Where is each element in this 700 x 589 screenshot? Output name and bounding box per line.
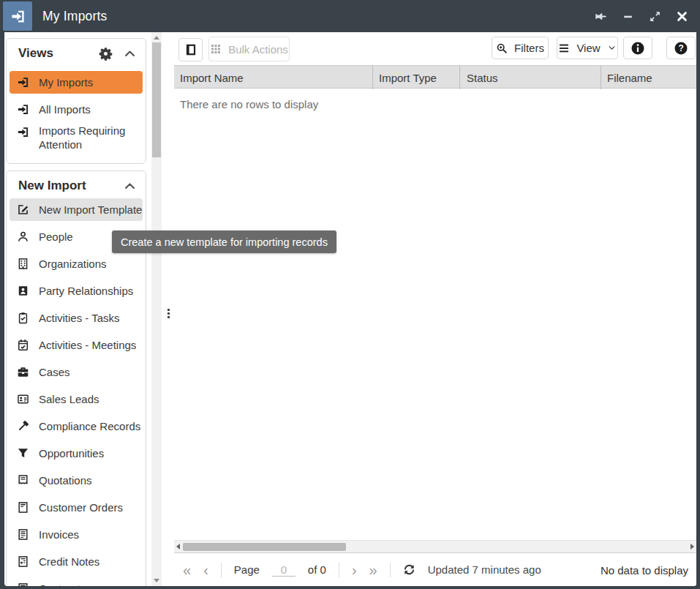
chevron-down-icon	[607, 43, 617, 53]
close-icon[interactable]	[676, 10, 688, 23]
scroll-down-arrow-icon[interactable]	[154, 579, 159, 582]
new-import-item-label: Quotations	[39, 474, 92, 487]
new-import-item-template[interactable]: New Import Template	[10, 198, 143, 221]
question-circle-icon: ?	[674, 41, 688, 56]
clipboard-check-icon	[17, 312, 29, 324]
new-import-item-opportunities[interactable]: Opportunities	[10, 442, 143, 465]
view-item-imports-requiring-attention[interactable]: Imports Requiring Attention	[10, 124, 143, 163]
previous-page-button[interactable]: ‹	[203, 563, 208, 577]
new-import-item-label: New Import Template	[39, 203, 142, 216]
first-page-button[interactable]: «	[183, 563, 191, 577]
building-icon	[17, 258, 29, 270]
new-import-item-label: Party Relationships	[39, 285, 133, 297]
import-icon	[17, 103, 29, 116]
svg-text:?: ?	[678, 43, 683, 53]
gear-icon[interactable]	[99, 47, 113, 61]
help-button[interactable]: ?	[666, 37, 696, 59]
scroll-up-arrow-icon[interactable]	[154, 36, 159, 40]
column-header-status[interactable]: Status	[467, 66, 498, 89]
bulk-actions-label: Bulk Actions	[228, 43, 288, 56]
window-titlebar: My Imports	[0, 0, 700, 32]
column-header-import-name[interactable]: Import Name	[180, 66, 244, 89]
column-divider	[601, 66, 601, 89]
view-item-label: My Imports	[39, 76, 93, 89]
new-import-item-label: Cases	[39, 366, 70, 378]
last-updated-text: Updated 7 minutes ago	[428, 563, 541, 576]
tooltip: Create a new template for importing reco…	[112, 230, 336, 253]
minimize-icon[interactable]	[622, 10, 634, 23]
horizontal-scrollbar-thumb[interactable]	[183, 543, 346, 551]
window-title: My Imports	[42, 0, 108, 32]
import-icon	[17, 76, 29, 89]
new-import-item-label: Contracts	[39, 582, 86, 586]
new-import-item-label: Opportunities	[39, 447, 104, 459]
new-import-item-label: Organizations	[39, 258, 107, 270]
new-import-item-label: Activities - Tasks	[39, 312, 120, 324]
new-import-item-activities-tasks[interactable]: Activities - Tasks	[10, 307, 143, 329]
scroll-left-arrow-icon[interactable]	[176, 544, 180, 549]
new-import-panel-header: New Import	[7, 171, 146, 200]
view-item-all-imports[interactable]: All Imports	[10, 98, 143, 120]
table-horizontal-scrollbar[interactable]	[174, 540, 696, 552]
info-circle-icon	[631, 41, 645, 56]
view-item-my-imports[interactable]: My Imports	[10, 71, 143, 94]
new-import-collapse-chevron-up-icon[interactable]	[123, 179, 137, 193]
divider	[339, 563, 339, 577]
bulk-actions-button[interactable]: Bulk Actions	[208, 37, 290, 61]
sidebar-toggle-button[interactable]	[178, 38, 203, 61]
view-item-label: Imports Requiring Attention	[39, 124, 138, 151]
my-imports-window: My Imports Views	[0, 0, 700, 589]
window-content: Views My Imports All Imports Imports Req	[4, 32, 696, 586]
page-count-label: of 0	[308, 563, 326, 576]
person-icon	[17, 230, 29, 243]
new-import-item-sales-leads[interactable]: Sales Leads	[10, 388, 143, 410]
page-number-input[interactable]	[272, 563, 296, 577]
grid-icon	[210, 43, 222, 55]
panel-toggle-icon	[185, 44, 197, 56]
zoom-plus-icon	[496, 42, 508, 54]
new-import-item-label: Activities - Meetings	[39, 339, 136, 351]
new-import-item-invoices[interactable]: Invoices	[10, 523, 143, 546]
scroll-right-arrow-icon[interactable]	[690, 544, 694, 549]
contact-card-icon	[17, 393, 29, 405]
new-import-item-activities-meetings[interactable]: Activities - Meetings	[10, 334, 143, 356]
sidebar-scrollbar[interactable]	[151, 32, 162, 586]
last-page-button[interactable]: »	[369, 563, 377, 577]
new-import-title: New Import	[18, 179, 86, 193]
views-panel-header: Views	[7, 39, 146, 68]
pin-icon[interactable]	[595, 10, 607, 23]
new-import-item-contracts[interactable]: Contracts	[10, 577, 143, 586]
person-card-icon	[17, 285, 29, 297]
refresh-icon[interactable]	[403, 563, 415, 576]
column-divider	[372, 66, 373, 89]
briefcase-icon	[17, 366, 29, 378]
new-import-item-party-relationships[interactable]: Party Relationships	[10, 280, 143, 302]
new-import-item-label: People	[39, 230, 73, 243]
new-import-item-cases[interactable]: Cases	[10, 361, 143, 383]
new-import-item-organizations[interactable]: Organizations	[10, 252, 143, 275]
new-import-item-credit-notes[interactable]: Credit Notes	[10, 550, 143, 573]
view-item-label: All Imports	[39, 103, 91, 116]
new-import-item-compliance-records[interactable]: Compliance Records	[10, 415, 143, 438]
document-lines-icon	[17, 528, 29, 541]
main-panel: Bulk Actions Filters View ? Import Name …	[174, 32, 696, 586]
info-button[interactable]	[623, 37, 652, 59]
edit-icon	[17, 203, 29, 216]
view-dropdown-button[interactable]: View	[557, 37, 618, 59]
column-header-import-type[interactable]: Import Type	[379, 66, 437, 89]
gavel-icon	[17, 420, 29, 432]
import-app-icon	[3, 1, 32, 31]
panel-splitter-handle[interactable]	[165, 304, 172, 322]
views-collapse-chevron-up-icon[interactable]	[123, 47, 137, 61]
next-page-button[interactable]: ›	[352, 563, 357, 577]
new-import-item-quotations[interactable]: Quotations	[10, 469, 143, 492]
import-icon	[17, 126, 29, 138]
new-import-item-customer-orders[interactable]: Customer Orders	[10, 496, 143, 519]
column-header-filename[interactable]: Filename	[607, 66, 652, 89]
pagination-bar: « ‹ Page of 0 › » Updated 7 minutes ago …	[174, 552, 696, 586]
sidebar-scrollbar-thumb[interactable]	[152, 42, 161, 157]
new-import-item-label: Compliance Records	[39, 420, 140, 432]
maximize-icon[interactable]	[649, 10, 661, 23]
column-divider	[459, 66, 460, 89]
filters-button[interactable]: Filters	[492, 37, 549, 59]
